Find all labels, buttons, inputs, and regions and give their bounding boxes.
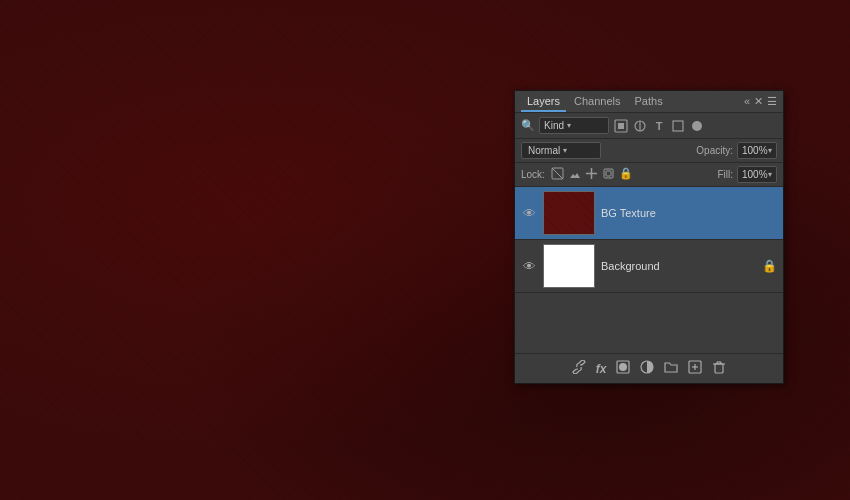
filter-adjustment-icon[interactable] [632, 118, 648, 134]
svg-point-5 [692, 121, 702, 131]
blend-mode-label: Normal [528, 145, 560, 156]
search-icon: 🔍 [521, 119, 535, 132]
filter-smart-icon[interactable] [689, 118, 705, 134]
opacity-label: Opacity: [696, 145, 733, 156]
lock-artboard-icon[interactable] [602, 167, 615, 182]
link-icon[interactable] [572, 360, 586, 377]
lock-icons: 🔒 [551, 167, 633, 182]
layer-lock-background: 🔒 [762, 259, 777, 273]
collapse-icon[interactable]: « [744, 96, 750, 107]
svg-line-7 [552, 168, 563, 179]
fill-control: Fill: 100% ▾ [717, 166, 777, 183]
fill-label: Fill: [717, 169, 733, 180]
add-adjustment-icon[interactable] [640, 360, 654, 377]
blend-mode-dropdown[interactable]: Normal ▾ [521, 142, 601, 159]
panel-bottom-toolbar: fx [515, 353, 783, 383]
tab-paths[interactable]: Paths [629, 92, 669, 112]
close-icon[interactable]: ✕ [754, 96, 763, 107]
opacity-control: Opacity: 100% ▾ [696, 142, 777, 159]
fill-input[interactable]: 100% ▾ [737, 166, 777, 183]
layers-list: 👁 BG Texture 👁 Background 🔒 [515, 187, 783, 293]
opacity-chevron: ▾ [768, 146, 772, 155]
tab-channels[interactable]: Channels [568, 92, 626, 112]
add-mask-icon[interactable] [616, 360, 630, 377]
lock-position-icon[interactable] [585, 167, 598, 182]
svg-point-13 [619, 363, 627, 371]
layer-thumb-background [543, 244, 595, 288]
blend-bar: Normal ▾ Opacity: 100% ▾ [515, 139, 783, 163]
layer-name-bg-texture: BG Texture [601, 207, 777, 219]
titlebar-icons: « ✕ ☰ [744, 96, 777, 107]
blend-mode-chevron: ▾ [563, 146, 567, 155]
kind-label: Kind [544, 120, 564, 131]
layer-visibility-background[interactable]: 👁 [521, 259, 537, 274]
filter-shape-icon[interactable] [670, 118, 686, 134]
layer-visibility-bg-texture[interactable]: 👁 [521, 206, 537, 221]
add-group-icon[interactable] [664, 360, 678, 377]
delete-layer-icon[interactable] [712, 360, 726, 377]
lock-bar: Lock: 🔒 Fill: 100% ▾ [515, 163, 783, 187]
menu-icon[interactable]: ☰ [767, 96, 777, 107]
kind-chevron: ▾ [567, 121, 571, 130]
kind-dropdown[interactable]: Kind ▾ [539, 117, 609, 134]
panel-tabs: Layers Channels Paths [521, 92, 669, 112]
panel-titlebar: Layers Channels Paths « ✕ ☰ [515, 91, 783, 113]
lock-transparent-icon[interactable] [551, 167, 564, 182]
add-layer-icon[interactable] [688, 360, 702, 377]
opacity-value-text: 100% [742, 145, 768, 156]
opacity-input[interactable]: 100% ▾ [737, 142, 777, 159]
fill-chevron: ▾ [768, 170, 772, 179]
lock-label: Lock: [521, 169, 545, 180]
filter-bar: 🔍 Kind ▾ T [515, 113, 783, 139]
svg-rect-10 [604, 169, 613, 178]
lock-all-icon[interactable]: 🔒 [619, 167, 633, 182]
layer-item-bg-texture[interactable]: 👁 BG Texture [515, 187, 783, 240]
tab-layers[interactable]: Layers [521, 92, 566, 112]
fill-value-text: 100% [742, 169, 768, 180]
lock-image-icon[interactable] [568, 167, 581, 182]
layers-panel: Layers Channels Paths « ✕ ☰ 🔍 Kind ▾ T [514, 90, 784, 384]
svg-rect-18 [715, 364, 723, 373]
filter-pixel-icon[interactable] [613, 118, 629, 134]
filter-icons: T [613, 118, 705, 134]
layer-item-background[interactable]: 👁 Background 🔒 [515, 240, 783, 293]
layer-name-background: Background [601, 260, 756, 272]
filter-type-icon[interactable]: T [651, 118, 667, 134]
fx-icon[interactable]: fx [596, 362, 607, 376]
svg-rect-11 [606, 171, 611, 176]
svg-rect-1 [618, 123, 624, 129]
layers-empty-area [515, 293, 783, 353]
svg-rect-4 [673, 121, 683, 131]
layer-thumb-bg-texture [543, 191, 595, 235]
